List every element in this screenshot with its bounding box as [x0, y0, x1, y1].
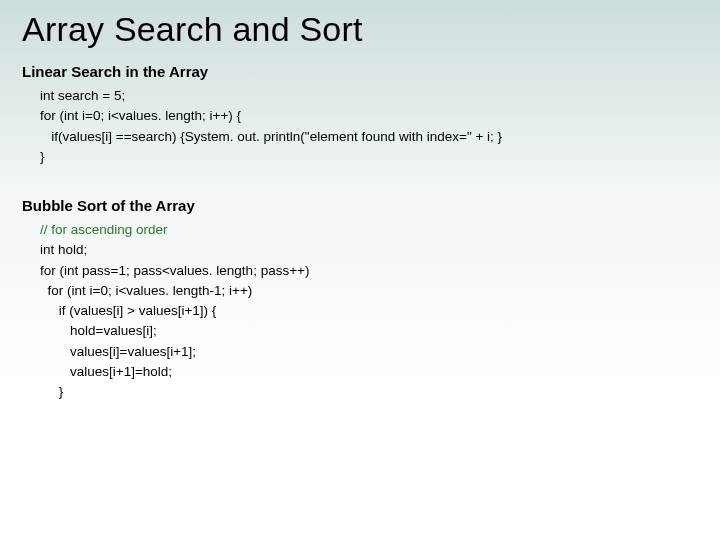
- code-line: for (int pass=1; pass<values. length; pa…: [40, 261, 698, 281]
- code-line: for (int i=0; i<values. length; i++) {: [40, 106, 698, 126]
- code-line: }: [40, 382, 698, 402]
- code-line: values[i+1]=hold;: [40, 362, 698, 382]
- code-block-bubble: // for ascending order int hold; for (in…: [40, 220, 698, 402]
- section-heading-linear: Linear Search in the Array: [22, 63, 698, 80]
- code-block-linear: int search = 5; for (int i=0; i<values. …: [40, 86, 698, 167]
- code-line: int hold;: [40, 240, 698, 260]
- code-line: if(values[i] ==search) {System. out. pri…: [40, 127, 698, 147]
- page-title: Array Search and Sort: [22, 10, 698, 49]
- code-line: for (int i=0; i<values. length-1; i++): [40, 281, 698, 301]
- code-line: }: [40, 147, 698, 167]
- code-line: hold=values[i];: [40, 321, 698, 341]
- code-comment: // for ascending order: [40, 220, 698, 240]
- code-line: if (values[i] > values[i+1]) {: [40, 301, 698, 321]
- section-heading-bubble: Bubble Sort of the Array: [22, 197, 698, 214]
- code-line: values[i]=values[i+1];: [40, 342, 698, 362]
- code-line: int search = 5;: [40, 86, 698, 106]
